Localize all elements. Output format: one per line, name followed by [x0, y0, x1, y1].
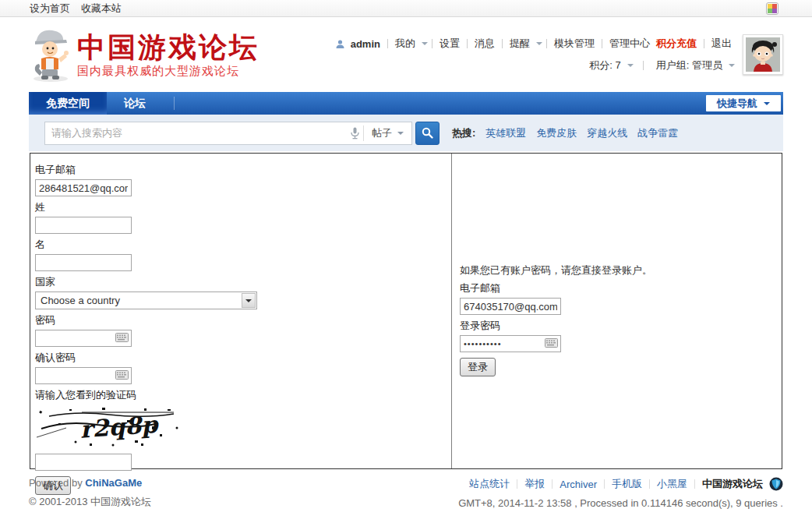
footer-links: 站点统计 举报 Archiver 手机版 小黑屋 中国游戏论坛 [458, 477, 783, 491]
user-stats-row: 积分: 7 用户组: 管理员 [335, 58, 735, 72]
login-hint: 如果您已有账户密码，请您直接登录账户。 [460, 263, 774, 277]
bookmark-link[interactable]: 收藏本站 [81, 2, 122, 16]
footer-server-info: GMT+8, 2014-11-2 13:58 , Processed in 0.… [458, 497, 783, 509]
divider [517, 479, 517, 489]
site-title: 中国游戏论坛 [77, 31, 259, 62]
site-stats-link[interactable]: 站点统计 [469, 477, 510, 491]
avatar[interactable] [743, 34, 783, 75]
main-content: 电子邮箱 姓 名 国家 Choose a country 密码 [30, 153, 782, 469]
voice-search-icon[interactable] [346, 127, 363, 140]
chevron-down-icon [627, 64, 634, 67]
chevron-down-icon [536, 42, 542, 45]
top-bar: 设为首页 收藏本站 [0, 0, 812, 17]
copyright: © 2001-2013 中国游戏论坛 [29, 495, 151, 509]
site-logo[interactable]: 中国游戏论坛 国内最具权威的大型游戏论坛 [29, 27, 259, 82]
search-button[interactable] [415, 122, 440, 145]
tab-free-space[interactable]: 免费空间 [29, 92, 107, 115]
search-scope-select[interactable]: 帖子 [363, 125, 411, 141]
main-nav: 免费空间 论坛 快捷导航 [29, 92, 783, 115]
hot-search-label: 热搜: [452, 126, 475, 140]
credits-link[interactable]: 积分: 7 [586, 58, 623, 72]
my-menu-link[interactable]: 我的 [392, 37, 418, 51]
mascot-logo-icon [29, 27, 72, 82]
footer-site-brand-link[interactable]: 中国游戏论坛 [702, 477, 763, 491]
report-link[interactable]: 举报 [524, 477, 545, 491]
hot-link-crossfire[interactable]: 穿越火线 [587, 126, 627, 140]
module-admin-link[interactable]: 模块管理 [551, 37, 598, 51]
blacklist-link[interactable]: 小黑屋 [657, 477, 687, 491]
hot-link-lol[interactable]: 英雄联盟 [485, 126, 526, 140]
select-arrow-button[interactable] [242, 293, 256, 308]
last-name-label: 姓 [35, 200, 447, 214]
style-switch-icon[interactable] [766, 2, 778, 15]
header: 中国游戏论坛 国内最具权威的大型游戏论坛 admin 我的 设置 消息 提醒 [29, 17, 783, 92]
login-submit-button[interactable]: 登录 [460, 358, 496, 376]
tab-forum[interactable]: 论坛 [107, 92, 163, 115]
user-panel: admin 我的 设置 消息 提醒 模块管理 管理中心 积分充值 退出 积分: … [335, 34, 783, 75]
captcha-label: 请输入您看到的验证码 [35, 388, 447, 402]
search-scope-value: 帖子 [372, 126, 392, 140]
register-form: 电子邮箱 姓 名 国家 Choose a country 密码 [30, 154, 452, 468]
keyboard-icon[interactable] [115, 370, 129, 382]
chevron-down-icon [397, 132, 404, 135]
country-select[interactable]: Choose a country [35, 292, 257, 309]
first-name-label: 名 [35, 238, 447, 252]
divider [552, 479, 553, 489]
messages-link[interactable]: 消息 [471, 37, 498, 51]
login-email-input[interactable] [460, 298, 561, 315]
country-select-value: Choose a country [36, 295, 242, 306]
divider [467, 39, 468, 48]
captcha-text: r2q8p [79, 411, 161, 443]
powered-by: Powered by ChiNaGaMe [29, 477, 151, 489]
login-password-label: 登录密码 [460, 319, 774, 333]
divider [604, 479, 605, 489]
security-shield-icon[interactable] [769, 477, 783, 491]
powered-brand-link[interactable]: ChiNaGaMe [85, 477, 142, 489]
password-label: 密码 [35, 313, 447, 327]
user-icon [335, 39, 345, 49]
keyboard-icon[interactable] [115, 333, 129, 344]
captcha-input[interactable] [35, 454, 132, 471]
last-name-input[interactable] [35, 217, 132, 234]
divider [704, 39, 704, 48]
archiver-link[interactable]: Archiver [560, 479, 597, 490]
hot-search: 热搜: 英雄联盟 免费皮肤 穿越火线 战争雷霆 [452, 126, 678, 140]
divider [643, 61, 644, 70]
divider [174, 97, 175, 110]
admin-center-link[interactable]: 管理中心 [606, 37, 653, 51]
keyboard-icon[interactable] [545, 338, 558, 350]
login-form: 如果您已有账户密码，请您直接登录账户。 电子邮箱 登录密码 登录 [452, 154, 782, 468]
search-input[interactable] [45, 123, 346, 143]
set-home-link[interactable]: 设为首页 [30, 2, 70, 16]
divider [694, 479, 695, 489]
logout-link[interactable]: 退出 [708, 37, 735, 51]
register-email-label: 电子邮箱 [35, 163, 447, 177]
user-links-row: admin 我的 设置 消息 提醒 模块管理 管理中心 积分充值 退出 [335, 37, 735, 51]
captcha-image[interactable]: r2q8p [35, 405, 185, 449]
quick-nav-button[interactable]: 快捷导航 [706, 95, 781, 111]
powered-prefix: Powered by [29, 477, 83, 489]
register-email-input[interactable] [35, 179, 132, 196]
hot-link-free-skin[interactable]: 免费皮肤 [536, 126, 577, 140]
quick-nav-label: 快捷导航 [717, 97, 757, 111]
notifications-link[interactable]: 提醒 [507, 37, 533, 51]
confirm-password-label: 确认密码 [35, 351, 447, 365]
hot-link-war-thunder[interactable]: 战争雷霆 [637, 126, 678, 140]
first-name-input[interactable] [35, 254, 132, 271]
divider [502, 39, 503, 48]
settings-link[interactable]: 设置 [436, 37, 463, 51]
logo-text: 中国游戏论坛 国内最具权威的大型游戏论坛 [77, 31, 259, 79]
divider [546, 39, 547, 48]
divider [602, 39, 602, 48]
login-email-label: 电子邮箱 [460, 281, 774, 295]
divider [649, 479, 650, 489]
search-band: 帖子 热搜: 英雄联盟 免费皮肤 穿越火线 战争雷霆 [29, 115, 783, 151]
usergroup-link[interactable]: 用户组: 管理员 [653, 58, 726, 72]
username-link[interactable]: admin [348, 38, 383, 50]
credit-recharge-link[interactable]: 积分充值 [653, 37, 700, 51]
site-subtitle: 国内最具权威的大型游戏论坛 [77, 64, 259, 79]
divider [432, 39, 432, 48]
chevron-down-icon [422, 42, 428, 45]
mobile-version-link[interactable]: 手机版 [612, 477, 642, 491]
divider [387, 39, 388, 48]
